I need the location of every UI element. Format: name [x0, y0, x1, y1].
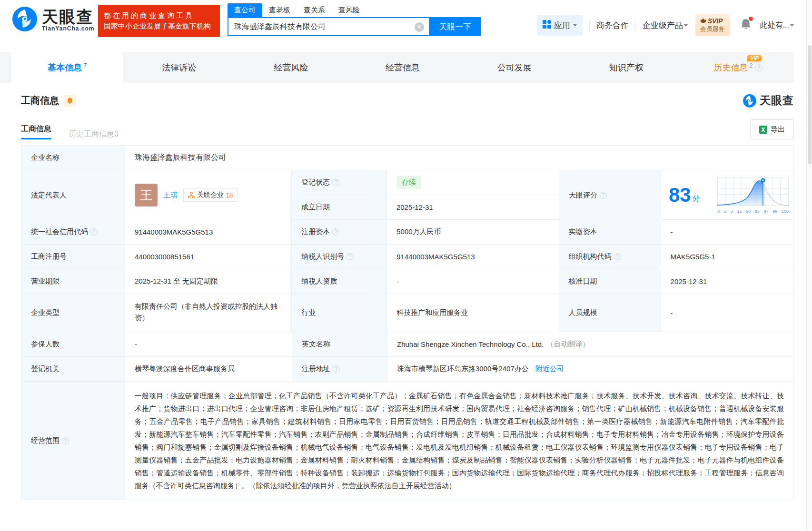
promo-line1: 都在用的商业查询工具	[104, 10, 214, 21]
nearby-companies-link[interactable]: 附近公司	[535, 364, 564, 374]
help-icon[interactable]: ?	[332, 228, 339, 236]
tab-label: 法律诉讼	[162, 62, 196, 73]
label-text: 注册资本	[301, 227, 330, 236]
search-tab-relation[interactable]: 查关系	[297, 3, 332, 17]
search-tab-boss[interactable]: 查老板	[262, 3, 297, 17]
field-label: 统一社会信用代码 ?	[21, 220, 125, 244]
field-label: 企业名称	[21, 146, 125, 170]
tab-operation-risk[interactable]: 经营风险	[235, 52, 347, 83]
help-icon[interactable]: ?	[90, 228, 98, 236]
apps-menu-button[interactable]: 应用	[537, 15, 583, 36]
reg-address-cell: 珠海市横琴新区环岛东路3000号2407办公 附近公司	[387, 357, 793, 381]
svip-label: SVIP	[708, 17, 723, 25]
tab-legal-proceedings[interactable]: 法律诉讼	[123, 52, 235, 83]
taxpayer-id-value: 91440003MAK5G5G513	[387, 245, 559, 269]
monitor-bell-icon[interactable]	[64, 95, 76, 107]
table-row: 登记机关 横琴粤澳深度合作区商事服务局 注册地址 ? 珠海市横琴新区环岛东路30…	[21, 357, 793, 382]
field-label: 注册地址 ?	[292, 357, 387, 381]
menu-separator	[589, 20, 590, 30]
reg-address-value: 珠海市横琴新区环岛东路3000号2407办公	[397, 364, 529, 374]
section-title: 工商信息	[21, 94, 59, 107]
score-cell: 83 分	[661, 170, 793, 220]
tab-basic-info[interactable]: 基本信息 7	[11, 52, 123, 83]
label-text: 经营范围	[31, 436, 59, 445]
export-button[interactable]: 导出	[750, 119, 794, 139]
label-text: 组织机构代码	[569, 252, 612, 261]
field-label: 工商注册号	[21, 245, 125, 269]
active-underline	[21, 138, 51, 139]
tab-label: 经营信息	[386, 62, 420, 73]
table-row: 企业名称 珠海盛泽鑫辰科技有限公司	[21, 146, 793, 170]
field-label: 行业	[292, 294, 387, 332]
taxpayer-qualification-value: -	[387, 269, 559, 294]
page-scrollbar	[806, 0, 812, 531]
tab-intellectual-property[interactable]: 知识产权	[570, 52, 682, 83]
table-row: 营业期限 2025-12-31 至 无固定期限 纳税人资质 - 核准日期 202…	[21, 269, 793, 294]
auto-translate-note: （自动翻译）	[546, 340, 589, 349]
help-icon[interactable]: ?	[62, 437, 69, 444]
label-text: 注册地址	[302, 364, 330, 374]
tianyancha-company-page: 天眼查 TianYanCha.com 都在用的商业查询工具 国家中小企业发展子基…	[0, 0, 812, 531]
tab-label: 历史信息	[713, 62, 748, 73]
help-icon[interactable]: ?	[332, 179, 339, 186]
reg-status-cell: 存续	[387, 170, 559, 195]
menu-item-enterprise[interactable]: 企业级产品	[643, 20, 688, 31]
company-type-value: 有限责任公司（非自然人投资或控股的法人独资）	[125, 294, 292, 332]
search-tabs: 查公司 查老板 查关系 查风险	[228, 3, 481, 17]
field-label: 经营范围 ?	[21, 382, 125, 500]
company-name-value: 珠海盛泽鑫辰科技有限公司	[125, 146, 793, 170]
help-icon[interactable]: ?	[600, 192, 607, 199]
subtab-business-info[interactable]: 工商信息	[21, 124, 51, 139]
business-info-section: 工商信息 天眼查 工商信息	[21, 93, 794, 500]
score-chart-ticks: 0131550859799100	[717, 209, 789, 214]
help-icon[interactable]: ?	[333, 365, 340, 373]
help-icon[interactable]: ?	[347, 253, 354, 260]
tab-label: 经营风险	[274, 62, 308, 73]
legal-rep-link[interactable]: 王琪	[163, 191, 178, 200]
notification-dot	[749, 17, 753, 21]
tab-label: 知识产权	[609, 62, 644, 73]
apps-grid-icon	[543, 20, 551, 30]
related-companies-badge[interactable]: 关联企业 18	[183, 188, 238, 202]
svip-member-button[interactable]: SVIP 会员服务	[695, 14, 730, 36]
notification-bell-icon[interactable]	[740, 18, 752, 32]
search-tab-risk[interactable]: 查风险	[332, 3, 366, 17]
insured-count-value: -	[125, 332, 292, 356]
clear-search-icon[interactable]: ✕	[415, 22, 424, 32]
brand-title: 天眼查	[42, 8, 94, 25]
enterprise-label: 企业级产品	[643, 20, 683, 31]
business-term-value: 2025-12-31 至 无固定期限	[125, 269, 292, 294]
field-label: 注册资本 ?	[292, 220, 387, 244]
legal-rep-avatar[interactable]: 王	[135, 184, 158, 206]
english-name-cell: Zhuhai Shengze Xinchen Technology Co., L…	[387, 332, 793, 356]
chevron-down-icon	[790, 24, 794, 27]
subtab-history-business-info[interactable]: 历史工商信息0	[69, 129, 119, 139]
scrollbar-thumb[interactable]	[808, 45, 812, 164]
tab-operation-info[interactable]: 经营信息	[347, 52, 459, 83]
score-distribution-chart: 0131550859799100	[717, 177, 789, 214]
watermark-logo: 天眼查	[743, 93, 794, 108]
tianyancha-logo[interactable]: 天眼查 TianYanCha.com	[11, 6, 94, 34]
promo-banner[interactable]: 都在用的商业查询工具 国家中小企业发展子基金旗下机构	[98, 5, 220, 37]
menu-item-cooperation[interactable]: 商务合作	[596, 20, 629, 31]
field-label: 登记状态 ?	[292, 170, 387, 195]
field-label: 天眼评分 ?	[559, 170, 661, 220]
help-icon[interactable]: ?	[614, 253, 621, 260]
approval-date-value: 2025-12-31	[661, 269, 793, 294]
tab-count: 7	[83, 62, 87, 69]
search-input[interactable]	[228, 18, 429, 35]
tab-history-info[interactable]: VIP 历史信息 2 ?	[682, 52, 794, 83]
field-label: 实缴资本	[559, 220, 661, 244]
label-text: 登记状态	[301, 178, 330, 187]
search-button[interactable]: 天眼一下	[430, 17, 481, 36]
tab-company-development[interactable]: 公司发展	[458, 52, 570, 83]
chevron-down-icon	[684, 24, 688, 27]
help-icon[interactable]: ?	[755, 64, 762, 71]
field-label: 纳税人识别号 ?	[292, 245, 387, 269]
label-text: 纳税人识别号	[301, 252, 344, 261]
search-tab-company[interactable]: 查公司	[228, 3, 262, 17]
tianyancha-logo-icon	[11, 6, 38, 34]
related-companies-label: 关联企业	[197, 191, 224, 199]
user-account-menu[interactable]: 此处有...	[760, 20, 794, 30]
field-label: 核准日期	[559, 269, 661, 294]
